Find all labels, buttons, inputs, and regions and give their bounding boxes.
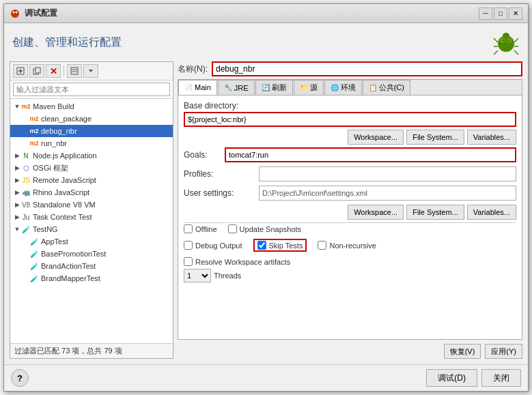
base-promotion-icon: 🧪	[29, 249, 39, 259]
tree-item-base-promotion[interactable]: 🧪 BasePromotionTest	[10, 248, 173, 260]
tab-refresh[interactable]: 🔄 刷新	[255, 80, 293, 95]
tree-item-debug-nbr[interactable]: m2 debug_nbr	[10, 125, 173, 137]
main-tab-content: Base directory: Workspace... File System…	[178, 96, 522, 339]
svg-point-6	[503, 33, 509, 38]
help-button[interactable]: ?	[11, 369, 29, 387]
tree-item-brand-mapper[interactable]: 🧪 BrandMapperTest	[10, 272, 173, 284]
tree-item-label: Standalone V8 VM	[33, 201, 96, 209]
tab-env[interactable]: 🌐 环境	[324, 80, 362, 95]
base-dir-input[interactable]	[184, 112, 516, 127]
tree-item-remote-js[interactable]: ▶ JS Remote JavaScript	[10, 174, 173, 186]
footer-right: 调试(D) 关闭	[426, 369, 521, 387]
resolve-workspace-label: Resolve Workspace artifacts	[195, 258, 290, 266]
dialog-header: 创建、管理和运行配置	[4, 23, 528, 59]
skip-tests-checkbox[interactable]	[257, 241, 266, 250]
tree-item-clean-package[interactable]: m2 clean_package	[10, 113, 173, 125]
tab-common[interactable]: 📋 公共(C)	[363, 80, 410, 95]
placeholder-arrow	[21, 237, 29, 246]
profiles-input[interactable]	[259, 166, 516, 181]
update-snapshots-checkbox[interactable]	[228, 224, 237, 233]
debug-button[interactable]: 调试(D)	[426, 369, 477, 387]
dialog-header-title: 创建、管理和运行配置	[12, 35, 122, 50]
filesystem-button-1[interactable]: File System...	[406, 130, 464, 145]
update-snapshots-label: Update Snapshots	[240, 225, 302, 233]
osgi-arrow: ▶	[13, 164, 21, 172]
variables-button-1[interactable]: Variables...	[467, 130, 516, 145]
restore-button[interactable]: 恢复(V)	[444, 344, 481, 359]
tree-item-label: Maven Build	[33, 102, 74, 111]
debug-nbr-icon: m2	[29, 126, 39, 136]
dialog-footer: ? 调试(D) 关闭	[4, 364, 528, 391]
rhino-js-icon: 🦏	[21, 188, 31, 197]
svg-point-0	[11, 10, 19, 18]
resolve-workspace-checkbox[interactable]	[184, 257, 193, 266]
user-settings-input[interactable]	[259, 186, 516, 201]
rhino-js-arrow: ▶	[13, 188, 21, 196]
close-button[interactable]: ✕	[509, 8, 522, 20]
offline-label: Offline	[195, 225, 217, 233]
filter-input[interactable]	[13, 83, 170, 96]
left-toolbar: ✕	[10, 62, 173, 81]
non-recursive-checkbox[interactable]	[318, 241, 326, 250]
base-dir-label: Base directory:	[184, 101, 516, 111]
main-dialog: 调试配置 ─ □ ✕ 创建、管理和运行配置	[3, 3, 529, 392]
dialog-body: ✕ ▼ m2 Maven Build	[4, 59, 528, 364]
svg-point-13	[502, 40, 504, 42]
standalone-v8-icon: V8	[21, 200, 31, 209]
tree-item-maven-build[interactable]: ▼ m2 Maven Build	[10, 100, 173, 113]
bug-logo-icon	[492, 29, 520, 56]
svg-line-10	[514, 38, 518, 42]
new-config-button[interactable]	[13, 64, 28, 78]
workspace-button-1[interactable]: Workspace...	[348, 130, 404, 145]
svg-point-14	[508, 40, 510, 42]
threads-row: 1 2 4 Threads	[184, 269, 516, 282]
tree-item-label: BasePromotionTest	[41, 250, 106, 258]
tab-jre[interactable]: 🔧 JRE	[218, 80, 255, 95]
apply-button[interactable]: 应用(Y)	[485, 344, 522, 359]
right-panel: 名称(N): 📄 Main 🔧 JRE 🔄 刷新	[178, 61, 522, 359]
tree-item-run-nbr[interactable]: m2 run_nbr	[10, 137, 173, 149]
workspace-button-2[interactable]: Workspace...	[348, 205, 404, 220]
tree-item-standalone-v8[interactable]: ▶ V8 Standalone V8 VM	[10, 199, 173, 211]
tree-item-nodejs[interactable]: ▶ N Node.js Application	[10, 149, 173, 162]
delete-config-button[interactable]: ✕	[46, 64, 61, 78]
maven-icon: m2	[21, 102, 31, 111]
user-settings-row: User settings:	[184, 186, 516, 201]
tree-item-brand-action[interactable]: 🧪 BrandActionTest	[10, 260, 173, 272]
tree-item-testng[interactable]: ▼ 🧪 TestNG	[10, 223, 173, 235]
filesystem-button-2[interactable]: File System...	[406, 205, 464, 220]
tree-item-label: BrandActionTest	[41, 262, 96, 270]
skip-tests-checkbox-row: Skip Tests	[253, 239, 307, 252]
tab-main[interactable]: 📄 Main	[178, 80, 217, 95]
title-text: 调试配置	[25, 8, 57, 19]
refresh-tab-label: 刷新	[272, 83, 287, 93]
tree-item-label: clean_package	[41, 115, 92, 123]
tab-source[interactable]: 📁 源	[294, 80, 324, 95]
name-label: 名称(N):	[178, 63, 208, 75]
tree-item-label: run_nbr	[41, 139, 67, 147]
tree-item-osgi[interactable]: ▶ ⬡ OSGi 框架	[10, 162, 173, 174]
close-button-footer[interactable]: 关闭	[481, 369, 521, 387]
tree-item-label: OSGi 框架	[33, 163, 68, 173]
offline-checkbox-row: Offline	[184, 224, 217, 233]
more-button[interactable]	[83, 64, 98, 78]
tree-item-apptest[interactable]: 🧪 AppTest	[10, 235, 173, 248]
maximize-button[interactable]: □	[494, 8, 507, 20]
debug-icon	[10, 8, 20, 19]
tree-item-rhino-js[interactable]: ▶ 🦏 Rhino JavaScript	[10, 186, 173, 199]
threads-select[interactable]: 1 2 4	[184, 269, 211, 282]
non-recursive-checkbox-row: Non-recursive	[318, 239, 376, 252]
tree-item-task-context[interactable]: ▶ Ju Task Context Test	[10, 211, 173, 223]
minimize-button[interactable]: ─	[479, 8, 492, 20]
main-tab-label: Main	[195, 83, 211, 91]
variables-button-2[interactable]: Variables...	[467, 205, 516, 220]
filter-button[interactable]	[67, 64, 82, 78]
name-input[interactable]	[212, 61, 522, 76]
goals-input[interactable]	[225, 147, 516, 162]
filter-box	[10, 81, 173, 99]
offline-checkbox[interactable]	[184, 224, 193, 233]
placeholder-arrow	[21, 274, 29, 282]
debug-output-checkbox[interactable]	[184, 241, 193, 250]
duplicate-config-button[interactable]	[29, 64, 44, 78]
maven-arrow-icon: ▼	[13, 102, 21, 111]
